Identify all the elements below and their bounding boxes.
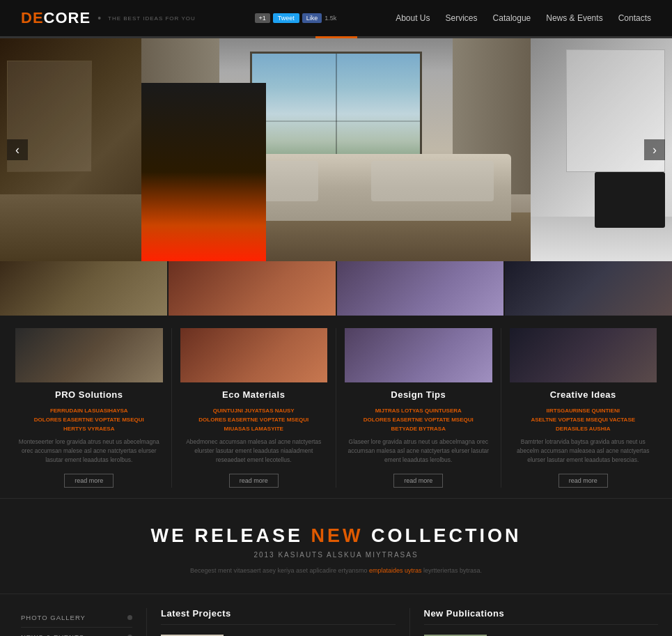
nav-services[interactable]: Services bbox=[446, 13, 478, 23]
release-desc-after: leyrtteriertas bytrasa. bbox=[422, 567, 483, 574]
latest-projects-title: Latest Projects bbox=[161, 608, 396, 625]
feature-title-1: PRO Solutions bbox=[15, 389, 163, 400]
social-buttons: +1 Tweet Like 1.5k bbox=[255, 13, 337, 23]
feature-text-1: Monteseerter lore gravida atrus neut us … bbox=[15, 437, 163, 464]
sidebar-navigation: PHOTO GALLERY NEWS & EVENTS USEFUL ADVIC… bbox=[0, 608, 146, 636]
gplus-button[interactable]: +1 bbox=[255, 13, 270, 23]
feature-pro-solutions: PRO Solutions FERRUDAIN LASUASIHAYSA DOL… bbox=[7, 328, 172, 488]
logo-dot: • bbox=[97, 13, 101, 24]
sidebar-nav-item-photo[interactable]: PHOTO GALLERY bbox=[21, 608, 132, 628]
release-desc-before: Becegest ment vitaesaert asey keriya ase… bbox=[190, 567, 369, 574]
feature-image-2 bbox=[180, 328, 328, 382]
release-desc-link[interactable]: emplataides uytras bbox=[369, 567, 422, 574]
feature-subtitle-1: FERRUDAIN LASUASIHAYSA DOLORES EASERTNE … bbox=[15, 407, 163, 433]
feature-image-3 bbox=[345, 328, 492, 382]
thumbnail-row bbox=[0, 261, 672, 316]
feature-title-2: Eco Materials bbox=[180, 389, 328, 400]
feature-text-4: Bamtrter lotrarvida baytsa gravida atrus… bbox=[510, 437, 657, 464]
feature-eco-materials: Eco Materials QUINTUJNI JUYATSAS NAUSY D… bbox=[172, 328, 337, 488]
feature-subtitle-3: MIJTRAS LOTYAS QUINTUSERA DOLORES EASERT… bbox=[345, 407, 492, 433]
sidebar-label-news: NEWS & EVENTS bbox=[21, 633, 84, 636]
logo-de: DE bbox=[21, 9, 44, 27]
hero-next-button[interactable]: › bbox=[644, 139, 665, 160]
release-title: WE RELEASE NEW COLLECTION bbox=[14, 525, 658, 547]
bottom-section: PHOTO GALLERY NEWS & EVENTS USEFUL ADVIC… bbox=[0, 594, 672, 636]
feature-design-tips: Design Tips MIJTRAS LOTYAS QUINTUSERA DO… bbox=[336, 328, 501, 488]
nav-contacts[interactable]: Contacts bbox=[618, 13, 651, 23]
hero-center bbox=[141, 38, 531, 261]
logo[interactable]: DECORE bbox=[21, 9, 91, 27]
feature-image-4 bbox=[510, 328, 657, 382]
release-description: Becegest ment vitaesaert asey keriya ase… bbox=[14, 567, 658, 574]
main-nav: About Us Services Catalogue News & Event… bbox=[396, 13, 651, 23]
new-publications-section: New Publications FERTARSA JAUYSTAS ERAS … bbox=[409, 608, 673, 636]
sidebar-nav-item-news[interactable]: NEWS & EVENTS bbox=[21, 628, 132, 636]
hero-slider: ‹ › bbox=[0, 38, 672, 261]
hero-prev-button[interactable]: ‹ bbox=[7, 139, 28, 160]
hero-fireplace bbox=[141, 83, 266, 261]
read-more-button-1[interactable]: read more bbox=[64, 474, 114, 488]
release-we: WE RELEASE bbox=[150, 525, 311, 546]
nav-about[interactable]: About Us bbox=[396, 13, 430, 23]
release-banner: WE RELEASE NEW COLLECTION 2013 KASIAUTS … bbox=[0, 499, 672, 594]
feature-title-3: Design Tips bbox=[345, 389, 492, 400]
sidebar-label-photo: PHOTO GALLERY bbox=[21, 614, 86, 621]
logo-group: DECORE • THE BEST IDEAS FOR YOU bbox=[21, 9, 196, 27]
feature-text-2: Abedmonec accumsan malesa asl acne natct… bbox=[180, 437, 328, 464]
read-more-button-2[interactable]: read more bbox=[229, 474, 279, 488]
new-publications-title: New Publications bbox=[424, 608, 659, 625]
feature-image-1 bbox=[15, 328, 163, 382]
like-button[interactable]: Like bbox=[302, 13, 322, 23]
release-subtitle: 2013 KASIAUTS ALSKUA MIYTRASAS bbox=[14, 551, 658, 559]
feature-text-3: Glaseer lore gravida atrus neut us abece… bbox=[345, 437, 492, 464]
feature-creative-ideas: Creative Ideas IIRTSGAURINSE QUINTIENI A… bbox=[501, 328, 666, 488]
nav-catalogue[interactable]: Catalogue bbox=[493, 13, 531, 23]
features-section: PRO Solutions FERRUDAIN LASUASIHAYSA DOL… bbox=[0, 316, 672, 499]
logo-core: CORE bbox=[44, 9, 91, 27]
release-new: NEW bbox=[311, 525, 364, 546]
tweet-button[interactable]: Tweet bbox=[273, 13, 299, 23]
latest-projects-section: Latest Projects KYATSAS LIUAYSAS Markuse… bbox=[146, 608, 409, 636]
feature-subtitle-2: QUINTUJNI JUYATSAS NAUSY DOLORES EASERTN… bbox=[180, 407, 328, 433]
thumb-1[interactable] bbox=[0, 261, 169, 316]
nav-news-events[interactable]: News & Events bbox=[546, 13, 602, 23]
thumb-3[interactable] bbox=[337, 261, 506, 316]
like-count: 1.5k bbox=[325, 15, 336, 22]
read-more-button-3[interactable]: read more bbox=[393, 474, 443, 488]
release-collection: COLLECTION bbox=[364, 525, 522, 546]
thumb-2[interactable] bbox=[169, 261, 337, 316]
header: DECORE • THE BEST IDEAS FOR YOU +1 Tweet… bbox=[0, 0, 672, 36]
sidebar-dot-photo bbox=[127, 615, 132, 620]
feature-title-4: Creative Ideas bbox=[510, 389, 657, 400]
read-more-button-4[interactable]: read more bbox=[558, 474, 608, 488]
logo-tagline: THE BEST IDEAS FOR YOU bbox=[108, 15, 196, 22]
thumb-4[interactable] bbox=[505, 261, 672, 316]
feature-subtitle-4: IIRTSGAURINSE QUINTIENI ASELTNE VOPTASE … bbox=[510, 407, 657, 433]
